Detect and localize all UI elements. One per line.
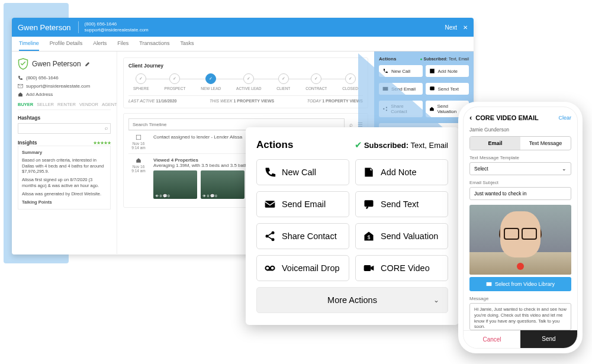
svg-rect-20 [487,282,492,286]
segment-control[interactable]: Email Text Message [469,136,571,150]
action-new-call[interactable]: New Call [256,159,349,185]
tab-transactions[interactable]: Transactions [139,40,169,51]
role-seller[interactable]: SELLER [37,102,54,107]
journey-step-contract[interactable]: ✓ [311,73,321,84]
titlebar: Gwen Peterson (800) 656-1646 support@ins… [12,18,474,37]
hashtags-input[interactable] [18,123,111,134]
action-send-email[interactable]: Send Email [256,191,349,217]
actions-pop-title: Actions [256,139,293,151]
journey-step-closed[interactable]: ✓ [345,73,356,84]
action-add-note[interactable]: Add Note [355,159,448,185]
back-icon[interactable]: ‹ [469,113,472,122]
svg-rect-10 [265,201,275,208]
tab-timeline[interactable]: Timeline [19,40,39,51]
svg-rect-1 [136,135,141,140]
summary-3: Alissa was generated by Direct Website. [22,191,107,197]
journey-step-sphere[interactable]: ✓ [136,73,146,84]
select-video-library-button[interactable]: Select from Video Library [469,277,571,291]
journey-step-prospect[interactable]: ✓ [169,73,180,84]
action-voicemail-drop[interactable]: Voicemail Drop [256,255,349,281]
template-select[interactable]: Select⌄ [469,162,571,175]
subject-label: Email Subject [464,180,577,187]
journey-step-activelead[interactable]: ✓ [243,73,254,84]
note-icon [363,166,375,178]
add-address-link[interactable]: Add Address [26,92,53,97]
talking-points-heading: Talking Points [22,199,107,205]
viewed-props-sub: Averaging 1.39M, with 3.5 beds and 3.5 b… [153,163,250,168]
role-buyer[interactable]: BUYER [18,102,33,107]
journey-step-newlead[interactable]: ✓ [205,73,216,84]
chat-icon [363,198,375,210]
property-thumb[interactable] [153,170,197,199]
envelope-icon [18,83,23,89]
phone-header-title: CORE VIDEO EMAIL [475,114,538,121]
viewed-props-title: Viewed 4 Properties [153,157,250,163]
phone-mock: ‹ CORE VIDEO EMAIL Clear Jamie Gunderson… [458,102,583,353]
property-thumb[interactable] [201,170,244,199]
video-preview[interactable] [469,205,571,275]
message-label: Message [464,296,577,303]
next-button[interactable]: Next [445,24,457,31]
tab-files[interactable]: Files [117,40,128,51]
chevron-down-icon: ⌄ [562,166,567,172]
phone-icon [264,166,276,178]
sidebar-phone: (800) 656-1646 [26,75,59,80]
role-vendor[interactable]: VENDOR [79,102,98,107]
chevron-down-icon: ⌄ [433,296,439,304]
journey-step-client[interactable]: ✓ [278,73,289,84]
insights-title: Insights [18,140,37,146]
tab-alerts[interactable]: Alerts [93,40,107,51]
action-send-text[interactable]: Send Text [355,191,448,217]
insights-card: Summary Based on search criteria, intere… [18,146,111,210]
sidebar-name: Gwen Peterson [32,60,81,68]
library-icon [486,281,492,287]
search-icon[interactable]: ⌕ [349,121,353,128]
subject-input[interactable]: Just wanted to check in [469,187,571,200]
titlebar-email: support@insiderealestate.com [85,27,149,33]
summary-1: Based on search criteria, interested in … [22,157,107,175]
svg-marker-9 [358,53,453,136]
actions-popout: Actions ✔Subscribed: Text, Email New Cal… [246,127,459,325]
message-body[interactable]: Hi Jamie, Just wanted to check in and se… [469,303,571,330]
email-icon [264,198,276,210]
recipient-name: Jamie Gunderson [464,127,577,136]
seg-text[interactable]: Text Message [520,137,571,150]
verified-badge-icon [18,57,28,70]
share-icon [264,230,276,242]
video-icon [363,262,375,274]
more-actions-button[interactable]: More Actions⌄ [256,287,448,313]
cancel-button[interactable]: Cancel [464,330,520,348]
hashtags-title: Hashtags [18,115,111,121]
svg-text:$: $ [368,234,371,240]
titlebar-contact: (800) 656-1646 support@insiderealestate.… [78,21,149,33]
tab-profile[interactable]: Profile Details [50,40,83,51]
send-button[interactable]: Send [520,330,577,348]
sidebar: Gwen Peterson (800) 656-1646 support@ins… [12,51,117,254]
timeline-entry-1: Contact assigned to lender - Lender Alis… [153,134,242,150]
action-send-valuation[interactable]: $Send Valuation [355,223,448,249]
summary-2: Alissa first signed up on 8/7/2020 (3 mo… [22,177,107,189]
rating-stars-icon: ★★★★★ [93,140,111,146]
home-icon [18,92,23,97]
search-icon: ⌕ [105,125,108,131]
valuation-icon: $ [363,230,375,242]
sidebar-email: support@insiderealestate.com [26,83,90,89]
clear-button[interactable]: Clear [558,115,571,121]
titlebar-phone: (800) 656-1646 [85,21,149,27]
action-core-video[interactable]: CORE Video [355,255,448,281]
note-icon [136,134,141,140]
svg-rect-11 [365,200,374,207]
template-label: Text Message Template [464,155,577,162]
action-share-contact[interactable]: Share Contact [256,223,349,249]
summary-heading: Summary [22,150,107,156]
seg-email[interactable]: Email [470,137,520,150]
role-renter[interactable]: RENTER [57,102,76,107]
role-agent[interactable]: AGENT [102,102,117,107]
client-journey-panel: Client Journey ✓SPHERE ✓PROSPECT ✓NEW LE… [123,57,368,108]
main-tabs: Timeline Profile Details Alerts Files Tr… [12,37,474,51]
tab-tasks[interactable]: Tasks [180,40,194,51]
edit-icon[interactable] [85,61,91,67]
client-journey-title: Client Journey [128,63,363,69]
close-icon[interactable]: ✕ [463,24,468,31]
titlebar-name: Gwen Peterson [18,23,71,32]
